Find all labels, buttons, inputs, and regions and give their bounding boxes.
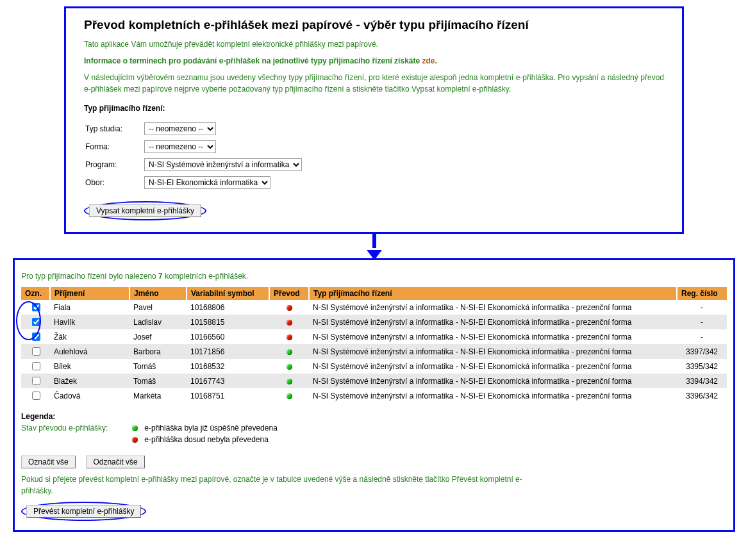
select-forma[interactable]: -- neomezeno -- xyxy=(144,140,216,153)
cell-reg: 3394/342 xyxy=(677,374,727,388)
cell-vs: 10167743 xyxy=(187,374,269,388)
cell-reg: - xyxy=(677,329,727,344)
cell-vs: 10171856 xyxy=(187,344,269,359)
highlight-ellipse-convert: Převést kompletní e-přihlášky xyxy=(21,502,146,521)
legend-label: Legenda: xyxy=(21,412,727,421)
arrow-down-icon xyxy=(6,232,742,260)
cell-prijmeni: Aulehlová xyxy=(50,344,129,359)
col-prevod: Převod xyxy=(269,287,309,300)
col-prijmeni: Příjmení xyxy=(50,287,129,300)
row-checkbox[interactable] xyxy=(32,362,40,370)
cell-typ: N-SI Systémové inženýrství a informatika… xyxy=(309,344,677,359)
cell-prijmeni: Havlík xyxy=(50,315,129,329)
intro-text: Tato aplikace Vám umožňuje převádět komp… xyxy=(84,38,664,50)
cell-prijmeni: Blažek xyxy=(50,374,129,388)
cell-typ: N-SI Systémové inženýrství a informatika… xyxy=(309,300,677,315)
cell-reg: 3397/342 xyxy=(677,344,727,359)
status-dot-red-icon xyxy=(287,334,292,340)
info-text: Informace o termínech pro podávání e-při… xyxy=(84,55,664,67)
cell-vs: 10168751 xyxy=(187,388,269,403)
col-ozn: Ozn. xyxy=(21,287,50,300)
legend-green-text: e-přihláška byla již úspěšně převedena xyxy=(144,424,277,432)
table-row: BlažekTomáš10167743N-SI Systémové inžený… xyxy=(21,374,727,388)
legend-red-text: e-přihláška dosud nebyla převedena xyxy=(144,435,268,444)
label-obor: Obor: xyxy=(85,174,143,191)
convert-instruction: Pokud si přejete převést kompletní e-při… xyxy=(21,474,547,497)
cell-vs: 10168806 xyxy=(187,300,269,315)
table-row: HavlíkLadislav10158815N-SI Systémové inž… xyxy=(21,315,727,329)
status-dot-green-icon xyxy=(287,393,292,399)
label-program: Program: xyxy=(85,156,143,173)
cell-jmeno: Tomáš xyxy=(129,359,187,374)
row-checkbox[interactable] xyxy=(32,303,40,311)
status-dot-red-icon xyxy=(287,320,292,325)
row-checkbox[interactable] xyxy=(32,333,40,341)
cell-jmeno: Tomáš xyxy=(129,374,187,388)
list-applications-button[interactable]: Vypsat kompletní e-přihlášky xyxy=(89,204,201,217)
label-typ-studia: Typ studia: xyxy=(85,120,143,137)
cell-reg: - xyxy=(677,300,727,315)
status-dot-red-icon xyxy=(132,437,138,443)
col-reg: Reg. číslo xyxy=(677,287,727,300)
table-row: FialaPavel10168806N-SI Systémové inženýr… xyxy=(21,300,727,315)
cell-jmeno: Josef xyxy=(129,329,187,344)
info-link[interactable]: zde xyxy=(422,56,435,65)
cell-typ: N-SI Systémové inženýrství a informatika… xyxy=(309,329,677,344)
cell-typ: N-SI Systémové inženýrství a informatika… xyxy=(309,374,677,388)
status-dot-red-icon xyxy=(287,305,292,311)
cell-reg: - xyxy=(677,315,727,329)
cell-jmeno: Ladislav xyxy=(129,315,187,329)
cell-prijmeni: Žák xyxy=(50,329,129,344)
description-text: V následujícím výběrovém seznamu jsou uv… xyxy=(84,72,664,95)
row-checkbox[interactable] xyxy=(32,318,40,326)
filter-form: Typ studia: -- neomezeno -- Forma: -- ne… xyxy=(84,119,306,192)
filter-panel: Převod kompletních e-přihlášek mezi papí… xyxy=(64,6,684,234)
cell-prijmeni: Fiala xyxy=(50,300,129,315)
table-row: ČadováMarkéta10168751N-SI Systémové inže… xyxy=(21,388,727,403)
cell-reg: 3395/342 xyxy=(677,359,727,374)
table-row: AulehlováBarbora10171856N-SI Systémové i… xyxy=(21,344,727,359)
status-dot-green-icon xyxy=(287,349,292,355)
row-checkbox[interactable] xyxy=(32,377,40,385)
highlight-ellipse: Vypsat kompletní e-přihlášky xyxy=(84,201,206,220)
col-jmeno: Jméno xyxy=(129,287,187,300)
status-dot-green-icon xyxy=(132,425,138,431)
cell-jmeno: Pavel xyxy=(129,300,187,315)
cell-jmeno: Barbora xyxy=(129,344,187,359)
status-dot-green-icon xyxy=(287,379,292,384)
cell-vs: 10158815 xyxy=(187,315,269,329)
cell-reg: 3396/342 xyxy=(677,388,727,403)
cell-jmeno: Markéta xyxy=(129,388,187,403)
section-label: Typ přijímacího řízení: xyxy=(84,104,664,113)
legend-status-label: Stav převodu e-přihlášky: xyxy=(21,424,130,432)
select-typ-studia[interactable]: -- neomezeno -- xyxy=(144,122,216,135)
cell-typ: N-SI Systémové inženýrství a informatika… xyxy=(309,388,677,403)
select-all-button[interactable]: Označit vše xyxy=(21,456,76,468)
results-count-text: Pro typ přijímacího řízení bylo nalezeno… xyxy=(21,270,727,282)
deselect-all-button[interactable]: Odznačit vše xyxy=(86,456,144,468)
col-typ: Typ přijímacího řízení xyxy=(309,287,677,300)
applications-table: Ozn. Příjmení Jméno Variabilní symbol Př… xyxy=(21,287,727,403)
select-program[interactable]: N-SI Systémové inženýrství a informatika xyxy=(144,158,302,171)
cell-typ: N-SI Systémové inženýrství a informatika… xyxy=(309,315,677,329)
table-row: ŽákJosef10166560N-SI Systémové inženýrst… xyxy=(21,329,727,344)
select-obor[interactable]: N-SI-EI Ekonomická informatika xyxy=(144,176,270,189)
page-title: Převod kompletních e-přihlášek mezi papí… xyxy=(84,18,664,32)
label-forma: Forma: xyxy=(85,138,143,155)
cell-typ: N-SI Systémové inženýrství a informatika… xyxy=(309,359,677,374)
cell-prijmeni: Bílek xyxy=(50,359,129,374)
results-panel: Pro typ přijímacího řízení bylo nalezeno… xyxy=(13,258,735,532)
cell-vs: 10168532 xyxy=(187,359,269,374)
row-checkbox[interactable] xyxy=(32,347,40,356)
cell-prijmeni: Čadová xyxy=(50,388,129,403)
status-dot-green-icon xyxy=(287,364,292,370)
col-vs: Variabilní symbol xyxy=(187,287,269,300)
convert-applications-button[interactable]: Převést kompletní e-přihlášky xyxy=(26,505,141,518)
row-checkbox[interactable] xyxy=(32,391,40,400)
cell-vs: 10166560 xyxy=(187,329,269,344)
table-row: BílekTomáš10168532N-SI Systémové inženýr… xyxy=(21,359,727,374)
